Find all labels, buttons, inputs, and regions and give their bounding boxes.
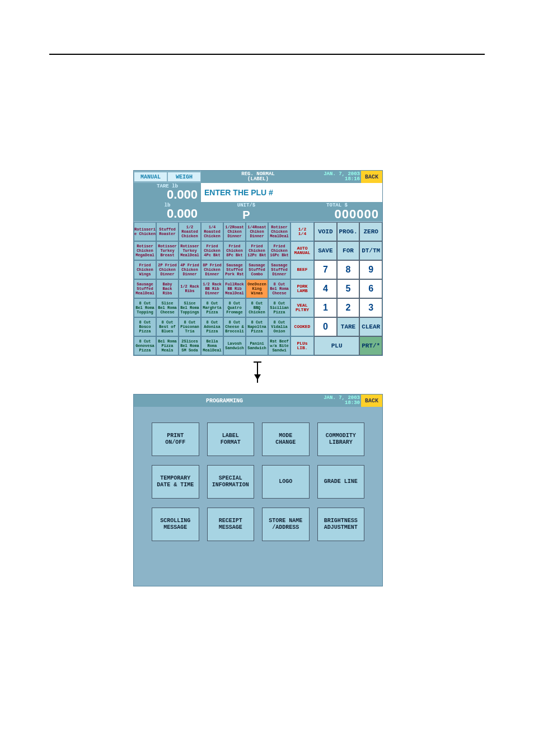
program-button[interactable]: GRADE LINE [317,465,365,499]
clear-key[interactable]: CLEAR [359,317,382,336]
plu-item[interactable]: BellaRomaMealDeal [201,336,223,355]
plu-item[interactable]: SausageStuffedPork Rst [223,260,246,279]
digit-key[interactable]: 5 [337,279,360,298]
category-button[interactable]: COOKED [291,317,314,336]
plu-item[interactable]: 4P FriedChickenDinner [179,260,201,279]
plu-item[interactable]: 1/4RoastChikenDinner [246,222,268,241]
plu-item[interactable]: 1/2RoastedChicken [179,222,201,241]
for-key[interactable]: FOR [337,241,360,260]
program-button[interactable]: PRINTON/OFF [152,422,199,456]
plu-item[interactable]: 8 CutPisconanTria [179,317,201,336]
category-button[interactable]: PLUsLIB. [291,336,314,355]
plu-item[interactable]: SliceBel RomaCheese [156,298,179,317]
back-button[interactable]: BACK [361,171,382,183]
time-line: 18:16 [345,177,360,182]
program-button[interactable]: COMMODITYLIBRARY [317,422,365,456]
program-button[interactable]: BRIGHTNESSADJUSTMENT [317,508,365,541]
manual-tab[interactable]: MANUAL [134,172,167,181]
datetime: JAN. 7, 2003 18:16 [315,171,361,183]
plu-item[interactable]: 8 CutBoscoPizza [134,317,156,336]
plu-item[interactable]: 2P FriedChickenDinner [156,260,179,279]
unit-value: P [201,209,292,222]
digit-key[interactable]: 0 [314,317,337,336]
plu-item[interactable]: SausageStuffedMealDeal [134,279,156,298]
program-button[interactable]: SCROLLINGMESSAGE [152,508,199,541]
plu-prompt[interactable]: ENTER THE PLU # [201,183,382,202]
plu-item[interactable]: RotiserChickenMegaDeal [134,241,156,260]
program-button[interactable]: TEMPORARYDATE & TIME [152,465,199,499]
digit-key[interactable]: 7 [314,260,337,279]
tare-key[interactable]: TARE [337,317,360,336]
plu-item[interactable]: Rst Beefw/a BiteSandwi [268,336,291,355]
digit-key[interactable]: 3 [359,298,382,317]
plu-item[interactable]: 8 CutBest ofBlues [156,317,179,336]
program-button[interactable]: STORE NAME/ADDRESS [262,508,310,541]
unit-cell: UNIT/$ P [201,202,292,221]
digit-key[interactable]: 9 [359,260,382,279]
category-button[interactable]: BEEF [291,260,314,279]
plu-item[interactable]: 1/4RoastedChicken [201,222,223,241]
plu-item[interactable]: 1/2 RackRibs [179,279,201,298]
category-button[interactable]: VEALPLTRY [291,298,314,317]
screen-title: PROGRAMMING [134,395,315,407]
plu-item[interactable]: RotisserTurkeyMealDeal [179,241,201,260]
plu-item[interactable]: LavoshSandwich [223,336,246,355]
plu-item[interactable]: SausageStuffedDinner [268,260,291,279]
plu-item[interactable]: FullRackBB RibMealDeal [223,279,246,298]
plu-item[interactable]: FriedChickenWings [134,260,156,279]
plu-item[interactable]: 8 CutVidaliaOnion [268,317,291,336]
plu-item[interactable]: SliceBel RomaToppings [179,298,201,317]
plu-item[interactable]: 8 CutBel RomaCheese [268,279,291,298]
prog--key[interactable]: PROG. [337,222,360,241]
plu-item[interactable]: 8 CutQuatroFromage [223,298,246,317]
digit-key[interactable]: 8 [337,260,360,279]
plu-key[interactable]: PLU [314,336,359,355]
plu-item[interactable]: 8 CutMarghrtaPizza [201,298,223,317]
program-button[interactable]: LABELFORMAT [207,422,255,456]
plu-item[interactable]: 8 CutBBQChicken [246,298,268,317]
plu-item[interactable]: 1/2RoastChikenDinner [223,222,246,241]
plu-item[interactable]: FriedChicken8Pc Bkt [223,241,246,260]
plu-item[interactable]: StuffedRoaster [156,222,179,241]
category-button[interactable]: AUTOMANUAL [291,241,314,260]
plu-item[interactable]: 8P FriedChickenDinner [201,260,223,279]
plu-item[interactable]: BabyBackRibs [156,279,179,298]
plu-item[interactable]: Rotisserie Chicken [134,222,156,241]
plu-item[interactable]: 8 CutNapoltnaPizza [246,317,268,336]
datetime: JAN. 7, 2003 18:30 [315,395,361,407]
program-button[interactable]: RECEIPTMESSAGE [207,508,255,541]
program-button[interactable]: MODECHANGE [262,422,310,456]
plu-item[interactable]: FriedChicken12Pc Bkt [246,241,268,260]
plu-item[interactable]: RotiserChickenMealDeal [268,222,291,241]
weigh-tab[interactable]: WEIGH [168,172,200,181]
digit-key[interactable]: 4 [314,279,337,298]
plu-item[interactable]: Bel RomaPizzaMeals [156,336,179,355]
plu-item[interactable]: 2SlicesBel RomaSM Soda [179,336,201,355]
category-button[interactable]: 1/21/4 [291,222,314,241]
plu-item[interactable]: PaniniSandwich [246,336,268,355]
program-button[interactable]: SPECIALINFORMATION [207,465,255,499]
digit-key[interactable]: 6 [359,279,382,298]
zero-key[interactable]: ZERO [359,222,382,241]
plu-item[interactable]: 1/2 RackBB RibDinner [201,279,223,298]
plu-item[interactable]: RotisserTurkeyBreast [156,241,179,260]
dt-tm-key[interactable]: DT/TM [359,241,382,260]
void-key[interactable]: VOID [314,222,337,241]
digit-key[interactable]: 1 [314,298,337,317]
plu-item[interactable]: FriedChicken16Pc Bkt [268,241,291,260]
prt--key[interactable]: PRT/* [359,336,382,355]
digit-key[interactable]: 2 [337,298,360,317]
plu-item[interactable]: 8 CutBel RomaTopping [134,298,156,317]
plu-item[interactable]: 8 CutCheese &Broccoli [223,317,246,336]
category-button[interactable]: PORKLAMB [291,279,314,298]
program-button[interactable]: LOGO [262,465,310,499]
plu-item[interactable]: OneDozenKingWinas [246,279,268,298]
plu-item[interactable]: SausageStuffedCombo [246,260,268,279]
back-button[interactable]: BACK [361,395,382,407]
plu-item[interactable]: 8 CutAdonisaPizza [201,317,223,336]
save-key[interactable]: SAVE [314,241,337,260]
plu-item[interactable]: 8 CutGenovesaPizza [134,336,156,355]
plu-item[interactable]: FriedChicken4Pc Bkt [201,241,223,260]
plu-item[interactable]: 8 CutSicilianPizza [268,298,291,317]
programming-screen: PROGRAMMING JAN. 7, 2003 18:30 BACK PRIN… [133,394,383,586]
